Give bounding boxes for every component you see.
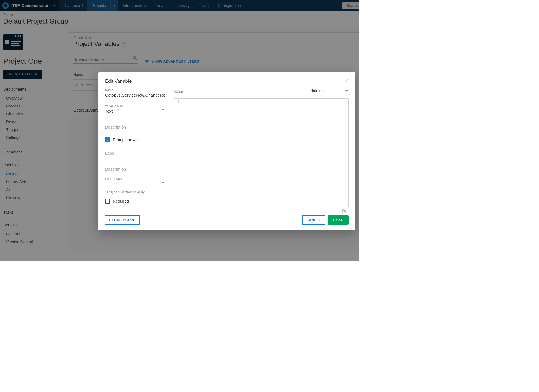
required-checkbox[interactable]: Required	[105, 199, 165, 204]
caret-down-icon	[345, 90, 348, 92]
prompt-label: Prompt for value	[113, 137, 142, 142]
svg-rect-2	[342, 210, 344, 212]
caret-down-icon	[162, 182, 165, 184]
modal-left-column: Name Variable type Prompt for value Cont…	[105, 88, 165, 207]
expand-modal-button[interactable]	[344, 79, 349, 84]
expand-icon	[344, 79, 349, 83]
name-input[interactable]	[105, 91, 165, 99]
done-button[interactable]: DONE	[328, 215, 349, 225]
value-type-text: Plain text	[309, 89, 326, 93]
copy-button[interactable]	[341, 209, 346, 214]
checkbox-checked-icon	[105, 137, 110, 142]
name-label: Name	[105, 88, 165, 91]
edit-variable-modal: Edit Variable Name Variable type Prompt …	[98, 72, 355, 230]
value-label: Value	[174, 90, 183, 94]
type-value[interactable]	[105, 107, 165, 115]
cancel-button[interactable]: CANCEL	[302, 215, 325, 225]
label-input[interactable]	[105, 150, 165, 157]
control-type-label: Control type	[105, 177, 165, 180]
line-number: 1	[174, 99, 181, 104]
define-scope-button[interactable]: DEFINE SCOPE	[105, 215, 140, 225]
caret-down-icon	[162, 109, 165, 111]
modal-right-column: Value Plain text 1	[174, 88, 349, 207]
control-type-hint: The type of control to display.	[105, 190, 165, 194]
checkbox-unchecked-icon	[105, 199, 110, 204]
required-label: Required	[113, 199, 129, 203]
value-type-select[interactable]: Plain text	[309, 88, 349, 95]
value-editor[interactable]: 1	[174, 98, 349, 207]
prompt-for-value-checkbox[interactable]: Prompt for value	[105, 137, 165, 142]
modal-title: Edit Variable	[105, 79, 132, 84]
type-select[interactable]	[105, 107, 165, 115]
type-label: Variable type	[105, 104, 165, 107]
control-type-value[interactable]	[105, 180, 165, 188]
description-input[interactable]	[105, 123, 165, 131]
copy-icon	[341, 209, 346, 214]
svg-rect-1	[343, 210, 345, 213]
description2-input[interactable]	[105, 166, 165, 173]
control-type-select[interactable]	[105, 180, 165, 188]
